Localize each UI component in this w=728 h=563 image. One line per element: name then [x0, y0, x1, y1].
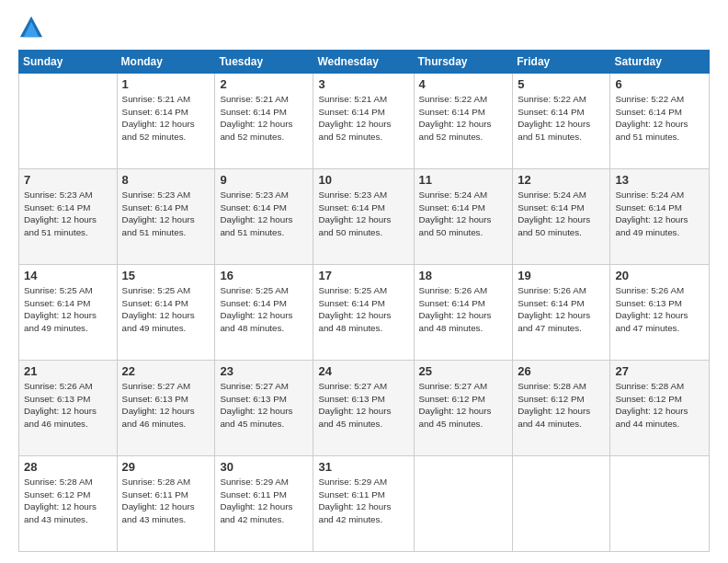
day-number: 28 — [24, 460, 112, 474]
calendar-cell: 24Sunrise: 5:27 AM Sunset: 6:13 PM Dayli… — [313, 361, 414, 456]
calendar-cell: 27Sunrise: 5:28 AM Sunset: 6:12 PM Dayli… — [610, 361, 710, 456]
calendar-cell: 17Sunrise: 5:25 AM Sunset: 6:14 PM Dayli… — [313, 265, 414, 361]
calendar-cell: 2Sunrise: 5:21 AM Sunset: 6:14 PM Daylig… — [215, 74, 313, 169]
calendar-cell: 25Sunrise: 5:27 AM Sunset: 6:12 PM Dayli… — [414, 361, 513, 456]
day-number: 3 — [318, 77, 408, 91]
day-number: 19 — [518, 269, 605, 282]
calendar-cell: 14Sunrise: 5:25 AM Sunset: 6:14 PM Dayli… — [19, 265, 118, 361]
day-number: 2 — [220, 77, 308, 91]
calendar-cell — [610, 456, 710, 552]
day-number: 1 — [122, 77, 210, 91]
day-number: 21 — [24, 364, 112, 378]
day-info: Sunrise: 5:21 AM Sunset: 6:14 PM Dayligh… — [318, 93, 408, 144]
day-number: 11 — [419, 173, 508, 187]
calendar-cell: 12Sunrise: 5:24 AM Sunset: 6:14 PM Dayli… — [513, 169, 610, 265]
calendar-cell: 5Sunrise: 5:22 AM Sunset: 6:14 PM Daylig… — [513, 74, 610, 169]
calendar-cell: 13Sunrise: 5:24 AM Sunset: 6:14 PM Dayli… — [610, 169, 710, 265]
calendar-cell: 7Sunrise: 5:23 AM Sunset: 6:14 PM Daylig… — [19, 169, 118, 265]
day-info: Sunrise: 5:25 AM Sunset: 6:14 PM Dayligh… — [318, 284, 408, 335]
day-info: Sunrise: 5:24 AM Sunset: 6:14 PM Dayligh… — [518, 189, 605, 239]
calendar-cell: 29Sunrise: 5:28 AM Sunset: 6:11 PM Dayli… — [117, 456, 215, 552]
calendar-day-header: Saturday — [610, 51, 710, 74]
day-info: Sunrise: 5:28 AM Sunset: 6:11 PM Dayligh… — [122, 476, 210, 526]
day-number: 14 — [24, 269, 112, 282]
calendar-cell — [513, 456, 610, 552]
day-number: 30 — [220, 460, 308, 474]
calendar-day-header: Friday — [513, 51, 610, 74]
day-number: 16 — [220, 269, 308, 282]
day-info: Sunrise: 5:26 AM Sunset: 6:13 PM Dayligh… — [24, 380, 112, 431]
calendar-cell: 23Sunrise: 5:27 AM Sunset: 6:13 PM Dayli… — [215, 361, 313, 456]
day-info: Sunrise: 5:23 AM Sunset: 6:14 PM Dayligh… — [318, 189, 408, 239]
day-info: Sunrise: 5:25 AM Sunset: 6:14 PM Dayligh… — [122, 284, 210, 335]
calendar-cell: 18Sunrise: 5:26 AM Sunset: 6:14 PM Dayli… — [414, 265, 513, 361]
day-number: 8 — [122, 173, 210, 187]
day-number: 10 — [318, 173, 408, 187]
day-info: Sunrise: 5:25 AM Sunset: 6:14 PM Dayligh… — [220, 284, 308, 335]
calendar-week-row: 1Sunrise: 5:21 AM Sunset: 6:14 PM Daylig… — [19, 74, 710, 169]
day-info: Sunrise: 5:24 AM Sunset: 6:14 PM Dayligh… — [615, 189, 704, 239]
day-number: 5 — [518, 77, 605, 91]
day-info: Sunrise: 5:22 AM Sunset: 6:14 PM Dayligh… — [518, 93, 605, 144]
calendar-cell: 19Sunrise: 5:26 AM Sunset: 6:14 PM Dayli… — [513, 265, 610, 361]
day-number: 18 — [419, 269, 508, 282]
day-info: Sunrise: 5:29 AM Sunset: 6:11 PM Dayligh… — [318, 476, 408, 526]
day-info: Sunrise: 5:27 AM Sunset: 6:13 PM Dayligh… — [318, 380, 408, 431]
calendar-cell: 10Sunrise: 5:23 AM Sunset: 6:14 PM Dayli… — [313, 169, 414, 265]
day-number: 31 — [318, 460, 408, 474]
day-number: 7 — [24, 173, 112, 187]
calendar-day-header: Wednesday — [313, 51, 414, 74]
logo-icon — [18, 15, 44, 40]
calendar-cell: 3Sunrise: 5:21 AM Sunset: 6:14 PM Daylig… — [313, 74, 414, 169]
calendar-header-row: SundayMondayTuesdayWednesdayThursdayFrid… — [19, 51, 710, 74]
calendar-cell: 6Sunrise: 5:22 AM Sunset: 6:14 PM Daylig… — [610, 74, 710, 169]
day-info: Sunrise: 5:22 AM Sunset: 6:14 PM Dayligh… — [615, 93, 704, 144]
day-number: 24 — [318, 364, 408, 378]
day-info: Sunrise: 5:26 AM Sunset: 6:13 PM Dayligh… — [615, 284, 704, 335]
day-number: 9 — [220, 173, 308, 187]
day-number: 29 — [122, 460, 210, 474]
calendar-cell: 28Sunrise: 5:28 AM Sunset: 6:12 PM Dayli… — [19, 456, 118, 552]
calendar-cell — [414, 456, 513, 552]
day-info: Sunrise: 5:24 AM Sunset: 6:14 PM Dayligh… — [419, 189, 508, 239]
day-info: Sunrise: 5:29 AM Sunset: 6:11 PM Dayligh… — [220, 476, 308, 526]
day-info: Sunrise: 5:28 AM Sunset: 6:12 PM Dayligh… — [24, 476, 112, 526]
calendar-day-header: Thursday — [414, 51, 513, 74]
calendar-cell: 1Sunrise: 5:21 AM Sunset: 6:14 PM Daylig… — [117, 74, 215, 169]
day-info: Sunrise: 5:26 AM Sunset: 6:14 PM Dayligh… — [518, 284, 605, 335]
calendar-cell: 31Sunrise: 5:29 AM Sunset: 6:11 PM Dayli… — [313, 456, 414, 552]
day-number: 12 — [518, 173, 605, 187]
calendar-cell: 26Sunrise: 5:28 AM Sunset: 6:12 PM Dayli… — [513, 361, 610, 456]
day-number: 6 — [615, 77, 704, 91]
day-info: Sunrise: 5:22 AM Sunset: 6:14 PM Dayligh… — [419, 93, 508, 144]
calendar-cell: 4Sunrise: 5:22 AM Sunset: 6:14 PM Daylig… — [414, 74, 513, 169]
calendar-cell: 30Sunrise: 5:29 AM Sunset: 6:11 PM Dayli… — [215, 456, 313, 552]
day-info: Sunrise: 5:25 AM Sunset: 6:14 PM Dayligh… — [24, 284, 112, 335]
logo — [18, 15, 48, 40]
calendar-cell: 9Sunrise: 5:23 AM Sunset: 6:14 PM Daylig… — [215, 169, 313, 265]
calendar-cell — [19, 74, 118, 169]
calendar-cell: 21Sunrise: 5:26 AM Sunset: 6:13 PM Dayli… — [19, 361, 118, 456]
calendar-cell: 15Sunrise: 5:25 AM Sunset: 6:14 PM Dayli… — [117, 265, 215, 361]
day-info: Sunrise: 5:28 AM Sunset: 6:12 PM Dayligh… — [615, 380, 704, 431]
calendar-cell: 22Sunrise: 5:27 AM Sunset: 6:13 PM Dayli… — [117, 361, 215, 456]
calendar-cell: 16Sunrise: 5:25 AM Sunset: 6:14 PM Dayli… — [215, 265, 313, 361]
header — [18, 15, 710, 40]
day-number: 13 — [615, 173, 704, 187]
page: SundayMondayTuesdayWednesdayThursdayFrid… — [0, 0, 728, 563]
day-number: 26 — [518, 364, 605, 378]
day-info: Sunrise: 5:27 AM Sunset: 6:12 PM Dayligh… — [419, 380, 508, 431]
day-number: 27 — [615, 364, 704, 378]
day-number: 20 — [615, 269, 704, 282]
calendar-week-row: 28Sunrise: 5:28 AM Sunset: 6:12 PM Dayli… — [19, 456, 710, 552]
day-info: Sunrise: 5:21 AM Sunset: 6:14 PM Dayligh… — [220, 93, 308, 144]
day-info: Sunrise: 5:28 AM Sunset: 6:12 PM Dayligh… — [518, 380, 605, 431]
day-info: Sunrise: 5:23 AM Sunset: 6:14 PM Dayligh… — [220, 189, 308, 239]
calendar-cell: 11Sunrise: 5:24 AM Sunset: 6:14 PM Dayli… — [414, 169, 513, 265]
day-info: Sunrise: 5:23 AM Sunset: 6:14 PM Dayligh… — [24, 189, 112, 239]
day-info: Sunrise: 5:27 AM Sunset: 6:13 PM Dayligh… — [122, 380, 210, 431]
day-info: Sunrise: 5:21 AM Sunset: 6:14 PM Dayligh… — [122, 93, 210, 144]
day-info: Sunrise: 5:26 AM Sunset: 6:14 PM Dayligh… — [419, 284, 508, 335]
calendar-table: SundayMondayTuesdayWednesdayThursdayFrid… — [18, 50, 710, 552]
calendar-day-header: Monday — [117, 51, 215, 74]
